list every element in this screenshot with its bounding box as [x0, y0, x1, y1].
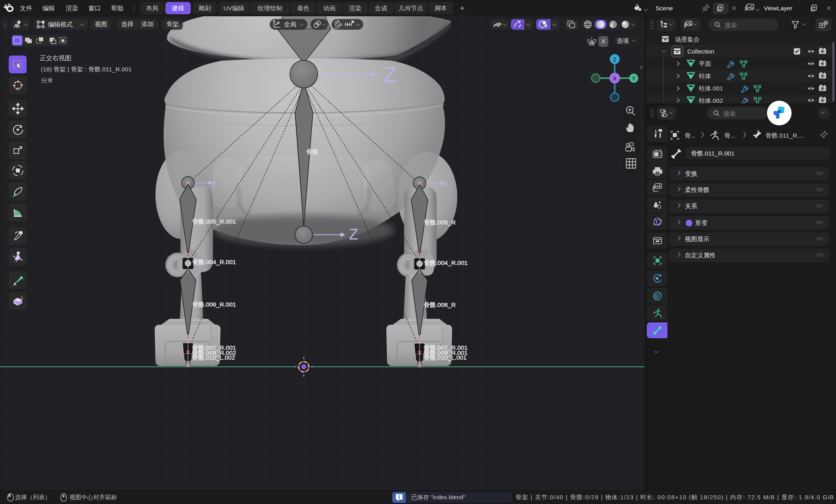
- svg-text:骨骼: 骨骼: [306, 148, 318, 155]
- svg-text:Z: Z: [613, 56, 617, 63]
- svg-text:骨骼.005_R: 骨骼.005_R: [424, 219, 456, 226]
- svg-text:骨骼.006_R: 骨骼.006_R: [424, 301, 456, 308]
- svg-text:Z: Z: [349, 226, 358, 243]
- svg-text:骨骼.006_R.001: 骨骼.006_R.001: [192, 301, 236, 308]
- svg-text:骨骼.004_R.001: 骨骼.004_R.001: [192, 259, 236, 265]
- svg-text:骨骼.010_L.001: 骨骼.010_L.001: [424, 354, 467, 361]
- svg-text:Z: Z: [383, 62, 397, 87]
- svg-text:Y: Y: [632, 75, 636, 82]
- svg-text:z: z: [212, 178, 216, 188]
- svg-text:骨骼.010_L.002: 骨骼.010_L.002: [192, 354, 235, 361]
- svg-text:z: z: [443, 178, 448, 188]
- svg-text:X: X: [613, 75, 617, 82]
- svg-text:骨骼.005_R.001: 骨骼.005_R.001: [192, 218, 236, 225]
- svg-text:<: <: [639, 64, 643, 71]
- svg-text:骨骼.004_R.001: 骨骼.004_R.001: [424, 259, 468, 266]
